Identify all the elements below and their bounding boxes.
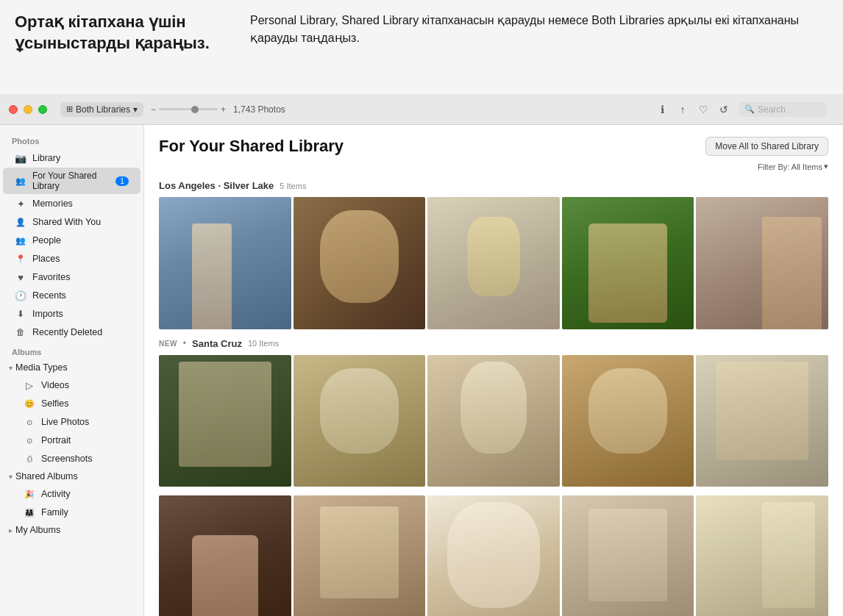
sidebar-media-types-label: Media Types (15, 362, 68, 373)
maximize-button[interactable] (38, 105, 47, 114)
sidebar: Photos 📷 Library 👥 For Your Shared Libra… (0, 125, 144, 616)
memories-icon: ✦ (15, 198, 26, 209)
sidebar-item-recents[interactable]: 🕐 Recents (3, 287, 140, 304)
section1-header: Los Angeles · Silver Lake 5 Items (159, 180, 828, 191)
sidebar-item-memories[interactable]: ✦ Memories (3, 195, 140, 212)
videos-icon: ▷ (24, 379, 35, 391)
sidebar-portrait-label: Portrait (41, 435, 71, 445)
sidebar-recently-deleted-label: Recently Deleted (32, 327, 102, 337)
filter-button[interactable]: Filter By: All Items ▾ (758, 162, 828, 171)
live-photos-icon: ⊙ (24, 416, 35, 428)
sidebar-item-places[interactable]: 📍 Places (3, 250, 140, 268)
sidebar-people-label: People (32, 235, 61, 246)
filter-label: Filter By: All Items (758, 162, 822, 171)
activity-icon: 🎉 (24, 488, 35, 500)
sidebar-item-recently-deleted[interactable]: 🗑 Recently Deleted (3, 323, 140, 341)
minimize-button[interactable] (24, 105, 32, 114)
section2-photo-grid-row2 (159, 495, 828, 616)
sidebar-item-favorites[interactable]: ♥ Favorites (3, 268, 140, 286)
photo-cell[interactable] (696, 495, 828, 616)
photo-cell[interactable] (427, 355, 560, 487)
sidebar-group-my-albums[interactable]: ▸ My Albums (0, 522, 143, 538)
sidebar-recents-label: Recents (32, 290, 66, 301)
photo-cell[interactable] (294, 355, 426, 487)
sidebar-item-live-photos[interactable]: ⊙ Live Photos (3, 413, 140, 431)
sidebar-item-family[interactable]: 👨‍👩‍👧 Family (3, 504, 140, 521)
sidebar-item-library[interactable]: 📷 Library (3, 149, 140, 167)
chevron-down-icon: ▾ (133, 104, 138, 115)
heart-icon[interactable]: ♡ (697, 104, 709, 115)
photo-cell[interactable] (562, 495, 694, 616)
sidebar-memories-label: Memories (32, 198, 73, 209)
people-icon: 👥 (15, 234, 26, 246)
photo-cell[interactable] (696, 197, 828, 329)
zoom-slider[interactable] (159, 108, 218, 110)
for-shared-badge: 1 (115, 176, 129, 186)
zoom-minus-icon[interactable]: − (151, 104, 156, 115)
sidebar-item-screenshots[interactable]: ⎙ Screenshots (3, 450, 140, 468)
share-icon[interactable]: ↑ (677, 104, 689, 115)
sidebar-for-shared-label: For Your Shared Library (32, 171, 110, 191)
tooltip-right: Personal Library, Shared Library кітапха… (235, 0, 843, 94)
sidebar-item-portrait[interactable]: ⊙ Portrait (3, 431, 140, 449)
family-icon: 👨‍👩‍👧 (24, 506, 35, 518)
zoom-plus-icon[interactable]: + (221, 104, 226, 115)
search-box[interactable]: 🔍 Search (739, 102, 827, 117)
shared-albums-chevron: ▾ (9, 473, 13, 481)
sidebar-item-people[interactable]: 👥 People (3, 232, 140, 249)
tooltip-left: Ортақ кітапхана үшін ұсыныстарды қараңыз… (0, 0, 235, 94)
media-types-chevron: ▾ (9, 364, 13, 372)
section1-location: Los Angeles · Silver Lake (159, 180, 274, 191)
library-icon: 📷 (15, 152, 26, 164)
sidebar-item-selfies[interactable]: 😊 Selfies (3, 395, 140, 412)
filter-chevron-icon: ▾ (824, 162, 828, 171)
sidebar-group-media-types[interactable]: ▾ Media Types (0, 359, 143, 376)
photo-cell[interactable] (562, 355, 694, 487)
photo-area[interactable]: For Your Shared Library Move All to Shar… (144, 125, 843, 616)
dot-separator: • (183, 338, 186, 348)
photo-cell[interactable] (294, 197, 426, 329)
sidebar-imports-label: Imports (32, 309, 63, 319)
photo-cell[interactable] (427, 495, 560, 616)
rotate-icon[interactable]: ↺ (718, 104, 730, 115)
selfies-icon: 😊 (24, 398, 35, 409)
sidebar-selfies-label: Selfies (41, 398, 69, 409)
section2-count: 10 Items (248, 339, 279, 348)
sidebar-favorites-label: Favorites (32, 272, 70, 282)
shared-with-you-icon: 👤 (15, 216, 26, 228)
photo-cell[interactable] (159, 197, 291, 329)
favorites-icon: ♥ (15, 271, 26, 283)
close-button[interactable] (9, 105, 18, 114)
sidebar-item-for-shared-library[interactable]: 👥 For Your Shared Library 1 (3, 168, 140, 194)
photo-cell[interactable] (562, 197, 694, 329)
toolbar: ⊞ Both Libraries ▾ − + 1,743 Photos ℹ ↑ … (53, 102, 834, 117)
sidebar-live-photos-label: Live Photos (41, 417, 89, 427)
sidebar-places-label: Places (32, 254, 60, 264)
page-title: For Your Shared Library (159, 137, 344, 156)
library-selector[interactable]: ⊞ Both Libraries ▾ (60, 102, 143, 117)
zoom-slider-group: − + (151, 104, 226, 115)
photo-cell[interactable] (159, 355, 291, 487)
toolbar-icons: ℹ ↑ ♡ ↺ 🔍 Search (656, 102, 827, 117)
photo-cell[interactable] (696, 355, 828, 487)
photo-cell[interactable] (294, 495, 426, 616)
info-icon[interactable]: ℹ (656, 104, 668, 115)
sidebar-item-imports[interactable]: ⬇ Imports (3, 305, 140, 323)
sidebar-item-shared-with-you[interactable]: 👤 Shared With You (3, 213, 140, 231)
albums-section-label: Albums (0, 342, 143, 359)
section2-location: Santa Cruz (192, 338, 242, 349)
sidebar-library-label: Library (32, 153, 60, 163)
photo-cell[interactable] (427, 197, 560, 329)
section1-photo-grid (159, 197, 828, 329)
photo-cell[interactable] (159, 495, 291, 616)
my-albums-chevron: ▸ (9, 526, 13, 534)
shared-library-icon: 👥 (15, 175, 26, 187)
sidebar-group-shared-albums[interactable]: ▾ Shared Albums (0, 468, 143, 484)
recently-deleted-icon: 🗑 (15, 326, 26, 338)
move-all-button[interactable]: Move All to Shared Library (705, 137, 828, 156)
search-placeholder: Search (758, 104, 786, 115)
sidebar-family-label: Family (41, 507, 68, 517)
sidebar-shared-albums-label: Shared Albums (15, 471, 78, 481)
sidebar-item-videos[interactable]: ▷ Videos (3, 376, 140, 394)
sidebar-item-activity[interactable]: 🎉 Activity (3, 485, 140, 503)
